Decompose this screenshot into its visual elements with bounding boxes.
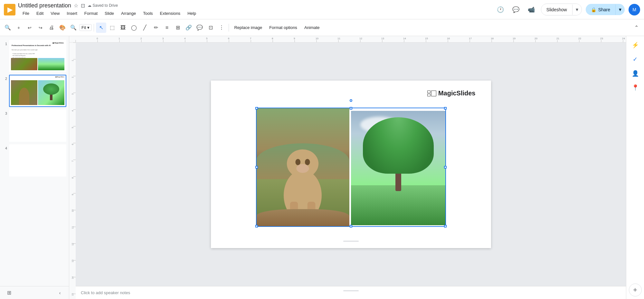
share-button-group: 🔒 Share ▾ <box>586 4 625 15</box>
slide-thumb-inner-2: ▦ MagicSlides <box>10 75 66 106</box>
history-icon[interactable]: 🕐 <box>495 4 506 15</box>
undo-btn[interactable]: ↩ <box>24 23 35 33</box>
menu-bar: File Edit View Insert Format Slide Arran… <box>19 10 199 17</box>
star-icon[interactable]: ☆ <box>74 3 78 9</box>
toolbar-divider-1 <box>94 24 94 32</box>
collapse-panel-button[interactable]: ‹ <box>55 288 65 298</box>
collapse-toolbar-btn[interactable]: ⌃ <box>631 23 641 33</box>
slide-item-2[interactable]: 2 ▦ MagicSlides <box>0 73 69 108</box>
handle-bottom-right[interactable] <box>444 225 447 227</box>
select-btn[interactable]: ⬚ <box>107 23 117 33</box>
shapes-btn[interactable]: ◯ <box>129 23 139 33</box>
zoom-percent-btn[interactable]: 🔍 <box>68 23 79 33</box>
table-btn[interactable]: ⊞ <box>173 23 183 33</box>
add-sidebar-icon[interactable]: + <box>629 284 642 296</box>
replace-image-btn[interactable]: Replace image <box>231 24 265 31</box>
drive-icon[interactable]: ⊡ <box>81 3 85 9</box>
comment-add-btn[interactable]: 💬 <box>194 23 205 33</box>
more-btn[interactable]: ⋮ <box>216 23 227 33</box>
handle-bottom-center[interactable] <box>350 225 352 227</box>
task-sidebar-icon[interactable]: ✓ <box>629 53 642 66</box>
right-sidebar: ⚡ ✓ 👤 📍 + <box>626 36 644 299</box>
zoom-in-btn[interactable]: + <box>14 23 24 33</box>
s2-images <box>11 80 64 105</box>
main-area: 1 ▦ MagicSlides Professional Presentatio… <box>0 36 644 299</box>
slideshow-dropdown[interactable]: ▾ <box>573 4 582 15</box>
slide-thumb-4[interactable] <box>9 144 66 177</box>
video-icon[interactable]: 📹 <box>526 4 537 15</box>
line-btn[interactable]: ╱ <box>140 23 150 33</box>
slide-thumb-1[interactable]: ▦ MagicSlides Professional Presentations… <box>9 40 66 72</box>
slide-item-4[interactable]: 4 <box>0 143 69 178</box>
handle-middle-left[interactable] <box>255 166 258 169</box>
menu-edit[interactable]: Edit <box>33 10 47 17</box>
slide-canvas-wrapper[interactable]: MagicSlides <box>76 43 626 286</box>
redo-btn[interactable]: ↪ <box>35 23 46 33</box>
format-options-btn[interactable]: Format options <box>266 24 300 31</box>
slide-item-3[interactable]: 3 <box>0 108 69 143</box>
share-dropdown[interactable]: ▾ <box>616 4 625 15</box>
slide-empty-4 <box>10 145 66 176</box>
menu-extensions[interactable]: Extensions <box>157 10 184 17</box>
slide-item-1[interactable]: 1 ▦ MagicSlides Professional Presentatio… <box>0 39 69 73</box>
grid-view-button[interactable]: ⊞ <box>4 288 14 298</box>
menu-file[interactable]: File <box>19 10 33 17</box>
animate-btn[interactable]: Animate <box>301 24 323 31</box>
menu-format[interactable]: Format <box>81 10 101 17</box>
bottom-panel: ⊞ ‹ <box>0 286 69 299</box>
s1-sub: Generate your presentation from scratch … <box>12 49 38 51</box>
selection-box <box>256 108 446 227</box>
slide-thumb-3[interactable] <box>9 110 66 142</box>
notes-divider <box>343 290 359 291</box>
svg-rect-3 <box>428 91 430 93</box>
slideshow-button[interactable]: Slideshow <box>541 5 573 15</box>
save-status: ☁ Saved to Drive <box>88 3 118 8</box>
person-sidebar-icon[interactable]: 👤 <box>629 67 642 80</box>
svg-rect-4 <box>428 94 430 96</box>
slide-canvas[interactable]: MagicSlides <box>211 81 491 248</box>
slide-thumb-2[interactable]: ▦ MagicSlides <box>9 75 66 107</box>
app-logo[interactable]: ▶ <box>4 4 15 15</box>
handle-bottom-left[interactable] <box>255 225 258 227</box>
s2-img1-thumb <box>11 80 37 105</box>
menu-insert[interactable]: Insert <box>63 10 80 17</box>
paint-format-btn[interactable]: 🎨 <box>57 23 68 33</box>
share-button[interactable]: 🔒 Share <box>586 5 616 15</box>
cursor-btn[interactable]: ↖ <box>96 23 106 33</box>
pen-btn[interactable]: ✏ <box>151 23 161 33</box>
ruler-horizontal <box>69 36 626 43</box>
menu-slide[interactable]: Slide <box>101 10 117 17</box>
slide-images-container[interactable] <box>256 108 446 230</box>
crop-btn[interactable]: ⊡ <box>205 23 216 33</box>
slide-number-3: 3 <box>3 110 7 115</box>
notes-placeholder[interactable]: Click to add speaker notes <box>81 290 130 295</box>
link-btn[interactable]: 🔗 <box>184 23 194 33</box>
zoom-select[interactable]: Fit ▾ <box>79 24 92 31</box>
menu-view[interactable]: View <box>47 10 63 17</box>
slide-logo-text: MagicSlides <box>438 90 476 97</box>
menu-help[interactable]: Help <box>184 10 199 17</box>
slideshow-button-group: Slideshow ▾ <box>541 4 582 15</box>
search-btn[interactable]: 🔍 <box>3 23 13 33</box>
comment-icon[interactable]: 💬 <box>510 4 522 15</box>
handle-top-left[interactable] <box>255 107 258 110</box>
rotation-handle[interactable] <box>350 99 352 102</box>
handle-top-right[interactable] <box>444 107 447 110</box>
notes-area[interactable]: Click to add speaker notes <box>76 286 626 299</box>
align-btn[interactable]: ≡ <box>162 23 172 33</box>
document-title[interactable]: Untitled presentation <box>18 2 71 9</box>
svg-rect-5 <box>431 91 436 96</box>
lightning-sidebar-icon[interactable]: ⚡ <box>629 39 642 52</box>
pin-sidebar-icon[interactable]: 📍 <box>629 81 642 94</box>
slide-number-1: 1 <box>3 40 7 46</box>
handle-middle-right[interactable] <box>444 166 447 169</box>
user-avatar[interactable]: M <box>629 4 640 15</box>
menu-arrange[interactable]: Arrange <box>118 10 139 17</box>
menu-tools[interactable]: Tools <box>140 10 156 17</box>
print-btn[interactable]: 🖨 <box>46 23 57 33</box>
handle-top-center[interactable] <box>350 107 352 110</box>
image-btn[interactable]: 🖼 <box>118 23 128 33</box>
scroll-indicator <box>343 241 359 242</box>
cloud-icon: ☁ <box>88 3 91 8</box>
title-row: Untitled presentation ☆ ⊡ ☁ Saved to Dri… <box>18 2 199 9</box>
